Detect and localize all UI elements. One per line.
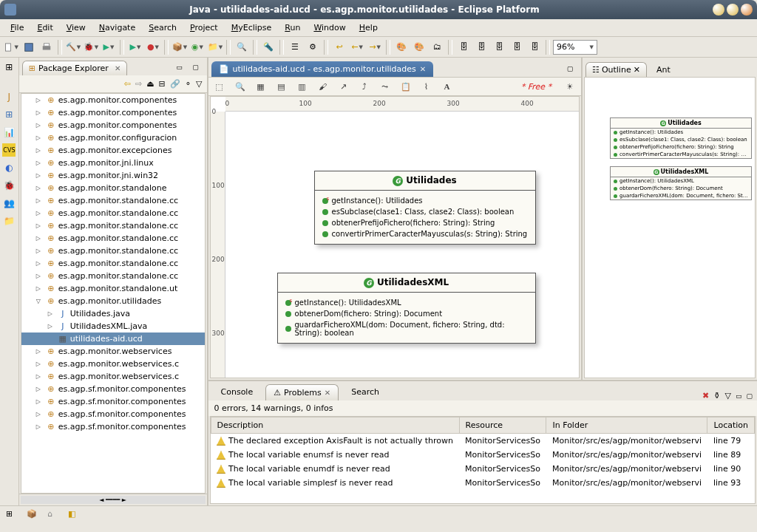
menu-window[interactable]: Window — [308, 21, 351, 35]
delete-problem-icon[interactable]: ✖ — [702, 391, 709, 400]
anchor-tool-icon[interactable]: ⌇ — [420, 80, 433, 93]
tree-row[interactable]: ▷⊕es.agp.monitor.standalone.cc — [21, 232, 205, 245]
view-menu-icon[interactable]: ▽ — [196, 79, 202, 89]
tree-row[interactable]: ▷⊕es.agp.sf.monitor.componentes — [21, 395, 205, 408]
menu-help[interactable]: Help — [353, 21, 384, 35]
filter-icon[interactable]: ⚬ — [185, 79, 191, 89]
db3-icon[interactable]: 🗄 — [491, 39, 507, 55]
maximize-button[interactable] — [727, 4, 739, 16]
tree-row[interactable]: ▷⊕es.agp.monitor.standalone.cc — [21, 257, 205, 270]
new-package-button[interactable]: 📦▼ — [172, 39, 188, 55]
paint-tool-icon[interactable]: 🖌 — [316, 80, 330, 93]
column-header[interactable]: In Folder — [546, 417, 707, 434]
diagram-canvas[interactable]: UtilidadesgetInstance(): UtilidadesesSub… — [225, 112, 579, 378]
problem-row[interactable]: The local variable simplesf is never rea… — [211, 476, 754, 490]
close-tab-icon[interactable]: ✕ — [325, 389, 330, 397]
link-editor-icon[interactable]: 🔗 — [170, 79, 180, 89]
tree-row[interactable]: ▷JUtilidadesXML.java — [21, 320, 205, 332]
forward-icon[interactable]: ⇨ — [135, 79, 142, 89]
tree-row[interactable]: ▷⊕es.agp.monitor.webservices.c — [21, 358, 205, 370]
tree-row[interactable]: ▷⊕es.agp.monitor.standalone.cc — [21, 194, 205, 207]
status-icon4[interactable]: ◧ — [68, 509, 78, 519]
db2-icon[interactable]: 🗄 — [473, 39, 489, 55]
editor-maximize-icon[interactable]: ▢ — [562, 61, 578, 77]
tree-row[interactable]: ▷⊕es.agp.monitor.standalone.cc — [21, 219, 205, 232]
bottom-tab-problems[interactable]: ⚠Problems✕ — [265, 384, 339, 400]
tree-row[interactable]: ▷⊕es.agp.monitor.componentes — [21, 119, 205, 132]
tree-row[interactable]: ▷⊕es.agp.monitor.standalone.cc — [21, 245, 205, 257]
ext-tools-button[interactable]: ▶▼ — [127, 39, 143, 55]
build-button[interactable]: 🔨▼ — [65, 39, 81, 55]
collapse-all-icon[interactable]: ⊟ — [159, 79, 166, 89]
menu-run[interactable]: Run — [279, 21, 306, 35]
editor-tab[interactable]: 📄 utilidades-aid.ucd - es.agp.monitor.ut… — [211, 61, 434, 77]
metrics-icon[interactable]: 📊 — [2, 126, 16, 139]
tree-row[interactable]: ▷⊕es.agp.monitor.excepciones — [21, 144, 205, 157]
toggle-breadcrumb-button[interactable]: ☰ — [287, 39, 303, 55]
tree-row[interactable]: ▷⊕es.agp.sf.monitor.componentes — [21, 383, 205, 395]
close-editor-icon[interactable]: ✕ — [420, 65, 426, 73]
dependency-tool-icon[interactable]: ⤳ — [378, 80, 392, 93]
menu-edit[interactable]: Edit — [31, 21, 58, 35]
close-button[interactable] — [741, 4, 753, 16]
column-header[interactable]: Resource — [459, 417, 546, 434]
bottom-tab-search[interactable]: Search — [343, 383, 387, 400]
interface-tool-icon[interactable]: ▤ — [275, 80, 288, 93]
myeclipse-icon[interactable]: ◐ — [2, 161, 16, 174]
run-config-button[interactable]: ●▼ — [145, 39, 161, 55]
zoom-combo[interactable]: 96%▼ — [553, 40, 597, 55]
problems-menu-icon[interactable]: ▽ — [725, 391, 731, 400]
tree-row[interactable]: ▷⊕es.agp.monitor.jni.linux — [21, 157, 205, 169]
db1-icon[interactable]: 🗄 — [455, 39, 472, 55]
status-icon3[interactable]: ⌂ — [47, 509, 58, 519]
outline-tab[interactable]: ☷ Outline ✕ — [585, 62, 647, 77]
tree-row[interactable]: ▷⊕es.agp.monitor.componentes — [21, 106, 205, 119]
package-tree[interactable]: ▷⊕es.agp.monitor.componentes▷⊕es.agp.mon… — [21, 93, 206, 494]
problem-row[interactable]: The local variable enumdf is never readM… — [211, 462, 754, 476]
misc-button[interactable]: ⚙ — [305, 39, 321, 55]
new-button[interactable]: ▼ — [3, 39, 19, 55]
enum-tool-icon[interactable]: ▥ — [296, 80, 309, 93]
new-folder-button[interactable]: 📁▼ — [207, 39, 223, 55]
menu-myeclipse[interactable]: MyEclipse — [225, 21, 278, 35]
problems-table[interactable]: DescriptionResourceIn FolderLocation The… — [210, 416, 756, 504]
back-icon[interactable]: ⇦ — [124, 79, 131, 89]
team-icon[interactable]: 👥 — [2, 197, 16, 210]
select-tool-icon[interactable]: ⬚ — [213, 80, 226, 93]
outline-mini-Utilidades[interactable]: UtilidadesgetInstance(): UtilidadesesSub… — [610, 117, 752, 159]
zoom-tool-icon[interactable]: 🔍 — [234, 80, 247, 93]
cvs-icon[interactable]: CVS — [2, 143, 16, 157]
tree-row[interactable]: ▷⊕es.agp.monitor.configuracion — [21, 132, 205, 144]
forward-button[interactable]: →▼ — [367, 39, 383, 55]
open-perspective-icon[interactable]: ⊞ — [2, 61, 16, 74]
outline-canvas[interactable]: UtilidadesgetInstance(): UtilidadesesSub… — [584, 77, 756, 378]
last-edit-button[interactable]: ↩ — [331, 39, 347, 55]
settings-tool-icon[interactable]: ☀ — [563, 80, 577, 93]
minimize-view-icon[interactable]: ▭ — [172, 59, 188, 75]
tree-row[interactable]: ▷⊕es.agp.monitor.jni.win32 — [21, 169, 205, 182]
tree-row[interactable]: ▦utilidades-aid.ucd — [21, 332, 205, 345]
uml-class-Utilidades[interactable]: UtilidadesgetInstance(): UtilidadesesSub… — [314, 171, 536, 245]
menu-project[interactable]: Project — [184, 21, 224, 35]
problem-row[interactable]: The local variable enumsf is never readM… — [211, 448, 754, 462]
minimize-button[interactable] — [713, 4, 724, 16]
maximize-problems-icon[interactable]: ▢ — [746, 392, 753, 400]
menu-navigate[interactable]: Navigate — [93, 21, 141, 35]
filter-problems-icon[interactable]: ⚱ — [713, 391, 720, 400]
class-tool-icon[interactable]: ▦ — [254, 80, 268, 93]
db4-icon[interactable]: 🗄 — [509, 39, 525, 55]
tree-row[interactable]: ▷⊕es.agp.sf.monitor.componentes — [21, 408, 205, 420]
problem-row[interactable]: The declared exception AxisFault is not … — [211, 434, 754, 449]
close-tab-icon[interactable]: ✕ — [115, 64, 120, 72]
tree-row[interactable]: ▷⊕es.agp.monitor.webservices.c — [21, 370, 205, 383]
status-icon1[interactable]: ⊞ — [6, 509, 16, 519]
minimize-problems-icon[interactable]: ▭ — [736, 392, 742, 400]
search-button[interactable]: 🔦 — [260, 39, 276, 55]
note-tool-icon[interactable]: 📋 — [399, 80, 413, 93]
up-icon[interactable]: ⏏ — [146, 79, 154, 89]
generalization-tool-icon[interactable]: ⤴ — [358, 80, 371, 93]
palette3-icon[interactable]: 🗂 — [429, 39, 445, 55]
text-tool-icon[interactable]: A — [441, 80, 454, 93]
palette2-icon[interactable]: 🎨 — [411, 39, 427, 55]
status-icon2[interactable]: 📦 — [27, 509, 37, 519]
